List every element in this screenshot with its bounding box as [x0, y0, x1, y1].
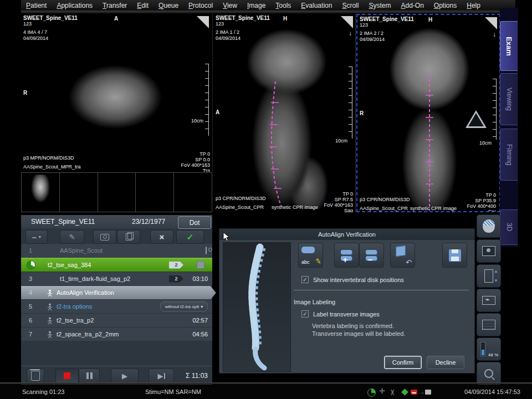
edit-protocol-button[interactable]: ✎: [60, 230, 84, 244]
edit-labels-button[interactable]: abc ✎: [298, 243, 323, 268]
tab-viewing[interactable]: Viewing: [500, 73, 518, 125]
coil-status-icon: )(: [391, 388, 393, 395]
save-button[interactable]: [442, 243, 467, 268]
synthetic-note-overlay: synthetic CPR image: [410, 206, 457, 212]
skip-button[interactable]: ▶: [149, 369, 174, 383]
t2-tra-options-dropdown[interactable]: without t2-tra opti ▾: [160, 301, 208, 311]
save-floppy-icon: [449, 249, 461, 262]
table-position-button[interactable]: [477, 264, 501, 288]
step-name: t2_tse_sag_384: [48, 262, 91, 268]
exam-progress-button[interactable]: 48 %: [477, 337, 501, 361]
add-disk-button[interactable]: +: [334, 243, 359, 268]
copy-icon: [126, 233, 132, 241]
menu-addon[interactable]: Add-On: [396, 2, 428, 9]
show-disk-positions-checkbox[interactable]: ✓: [301, 276, 309, 283]
queue-row-t2-tra-options[interactable]: 5 t2-tra options without t2-tra opti ▾: [21, 300, 212, 314]
scroll-down-arrow-icon[interactable]: ↓: [493, 30, 496, 38]
queue-row-autoalign-verification[interactable]: 4 AutoAlign Verification: [21, 286, 216, 300]
coil-position-button[interactable]: [477, 214, 501, 238]
tab-3d[interactable]: 3D: [500, 209, 518, 245]
label-transverse-checkbox[interactable]: ✓: [301, 310, 309, 318]
orientation-left-marker: R: [360, 110, 364, 116]
minus-icon: −: [368, 257, 373, 263]
progress-level-icon: 48 %: [480, 342, 497, 356]
menu-evaluation[interactable]: Evaluation: [296, 2, 337, 9]
pause-button[interactable]: [79, 369, 100, 383]
scroll-down-arrow-icon[interactable]: ↓: [349, 29, 352, 37]
queue-row-aaspine-scout[interactable]: 1 AASpine_Scout: [21, 244, 212, 258]
cancel-step-button[interactable]: ×: [150, 230, 173, 244]
thumbnail-4[interactable]: [136, 172, 174, 212]
menu-options[interactable]: Options: [429, 2, 462, 9]
thumbnail-3[interactable]: [98, 172, 136, 212]
scale-ruler: [349, 66, 352, 139]
stop-button[interactable]: [55, 369, 79, 383]
queue-toolbar: ▬ ▾ ✎ × ✓: [21, 229, 212, 244]
camera-button[interactable]: [93, 230, 116, 244]
menu-patient[interactable]: Patient: [21, 2, 52, 9]
camera-icon: [100, 234, 109, 241]
menu-applications[interactable]: Applications: [52, 2, 98, 9]
viewport-coronal-selected[interactable]: SWEET_Spine_VE11 123 2 IMA 2 / 2 04/09/2…: [356, 14, 500, 212]
tab-exam[interactable]: Exam: [500, 21, 518, 71]
thumbnail-5[interactable]: [174, 172, 212, 212]
menu-system[interactable]: System: [364, 2, 396, 9]
image-number-overlay: 2 IMA 1 / 2: [216, 29, 239, 35]
checkbox-label: Show intervertebral disk positions: [313, 277, 404, 283]
physio-display-button[interactable]: [477, 289, 501, 312]
menu-scroll[interactable]: Scroll: [337, 2, 364, 9]
viewport-axial[interactable]: SWEET_Spine_VE11 123 4 IMA 4 / 7 04/09/2…: [21, 14, 213, 172]
interactive-step-icon: [47, 317, 53, 324]
series-overlay: AASpine_Scout_MPR_tra: [23, 164, 81, 170]
decline-button[interactable]: Decline: [427, 356, 464, 369]
stop-icon: [64, 372, 70, 379]
menu-tools[interactable]: Tools: [270, 2, 296, 9]
menu-image[interactable]: Image: [242, 2, 270, 9]
viewport-sagittal[interactable]: SWEET_Spine_VE11 123 2 IMA 1 / 2 04/09/2…: [213, 14, 356, 212]
reset-orientation-button[interactable]: ↶: [390, 243, 415, 268]
timer-pie-icon: [367, 388, 376, 397]
view-mode-dropdown[interactable]: ▬ ▾: [25, 230, 48, 244]
label-transverse-row: ✓ Label transverse images: [301, 310, 380, 318]
menu-edit[interactable]: Edit: [132, 2, 154, 9]
move-crosshair-icon: ✛: [379, 387, 385, 395]
search-button[interactable]: [477, 362, 501, 385]
discard-button[interactable]: [27, 369, 44, 383]
interactive-step-icon: [47, 331, 53, 338]
menu-protocol[interactable]: Protocol: [183, 2, 218, 9]
patient-id-overlay: 123: [216, 21, 224, 27]
scale-ruler: [493, 79, 497, 140]
step-name: t2-tra options: [57, 303, 92, 310]
labeling-info-line2: Transverse images will be labeled.: [312, 330, 405, 338]
copy-button[interactable]: [117, 230, 140, 244]
queue-row-t2-space-tra[interactable]: 7 t2_space_tra_p2_2mm 04:56: [21, 328, 212, 341]
interactive-step-icon: [47, 303, 53, 310]
menu-queue[interactable]: Queue: [154, 2, 183, 9]
menu-view[interactable]: View: [218, 2, 242, 9]
menu-help[interactable]: Help: [462, 2, 485, 9]
check-icon: ✓: [187, 232, 194, 242]
queue-row-t1-tirm[interactable]: 3 t1_tirm_dark-fluid_sag_p2 2 03:10: [21, 272, 212, 286]
protocol-display-button[interactable]: [477, 313, 501, 336]
play-button[interactable]: ▶: [111, 369, 139, 383]
plane-overlay: Cor: [488, 209, 496, 212]
dot-button[interactable]: Dot: [178, 216, 211, 229]
remove-disk-button[interactable]: −: [359, 243, 384, 268]
protocol-lines-icon: [482, 320, 495, 330]
spine-model-panel[interactable]: [223, 242, 291, 372]
tab-filming[interactable]: Filming: [500, 129, 518, 181]
patient-name-overlay: SWEET_Spine_VE11: [216, 15, 270, 21]
thumbnail-2[interactable]: [60, 172, 98, 212]
apply-step-button[interactable]: ✓: [176, 230, 204, 244]
menu-transfer[interactable]: Transfer: [98, 2, 132, 9]
queue-row-t2-tse-sag[interactable]: t2_tse_sag_384 2: [21, 258, 212, 272]
orientation-left-marker: R: [23, 90, 27, 96]
thumbnail-1[interactable]: [21, 172, 60, 212]
pencil-icon: ✎: [69, 233, 75, 241]
confirm-button[interactable]: Confirm: [384, 356, 422, 369]
queue-row-t2-tse-tra[interactable]: 6 t2_tse_tra_p2 02:57: [21, 314, 212, 328]
patient-view-button[interactable]: [477, 239, 501, 263]
orientation-top-marker: H: [283, 16, 287, 22]
thumbnail-strip: [21, 172, 212, 212]
syngo-mr-application: Patient Applications Transfer Edit Queue…: [0, 0, 532, 399]
